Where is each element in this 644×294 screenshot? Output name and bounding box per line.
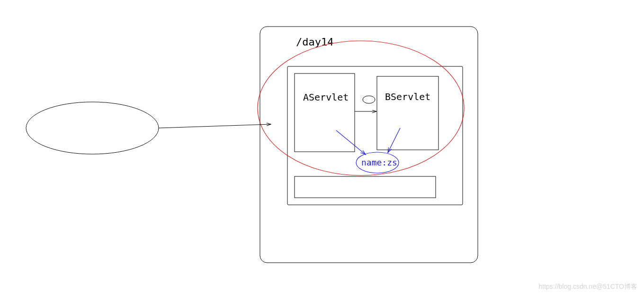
scope-arrow-a [336,130,366,155]
servlet-b-label: BServlet [385,91,430,102]
highlight-ellipse [258,41,464,175]
response-rect [295,176,436,198]
container-label: /day14 [296,36,333,48]
request-scope-label: name:zs [361,157,397,167]
servlet-forward-diagram: /day14 AServlet BServlet name:zs [0,0,644,294]
scope-arrow-b [388,128,400,153]
request-arrow [159,124,271,128]
servlet-b-box [377,76,438,150]
request-token-ellipse [363,96,375,103]
client-ellipse [26,102,159,154]
servlet-a-box [295,74,355,152]
webapp-container [260,27,478,263]
watermark: https://blog.csdn.ne@51CTO博客 [539,283,638,291]
context-rect [287,66,463,205]
servlet-a-label: AServlet [303,92,349,103]
